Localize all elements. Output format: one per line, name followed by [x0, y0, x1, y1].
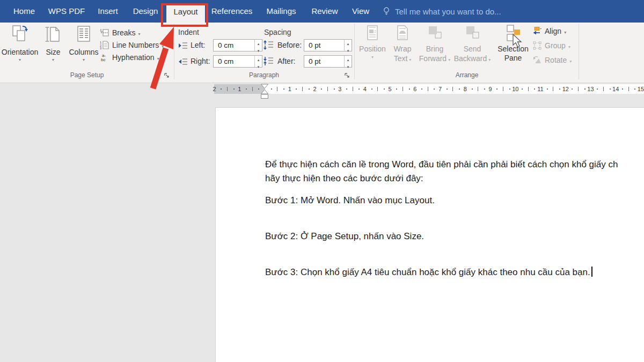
selection-pane-label-line2: Pane	[504, 54, 522, 63]
left-indent-marker[interactable]	[261, 94, 268, 99]
columns-label: Columns	[69, 48, 98, 56]
paragraph-line: hãy thực hiện theo các bước dưới đây:	[265, 173, 423, 184]
document-area: Để thực hiện cách căn lề trong Word, đầu…	[0, 107, 644, 362]
ruler-tick	[252, 87, 253, 91]
tab-mailings[interactable]: Mailings	[261, 0, 302, 23]
ruler-tick	[258, 88, 259, 90]
field-value: 0 cm	[214, 41, 254, 49]
word-window: Home WPS PDF Insert Design Layout Refere…	[0, 0, 644, 362]
tab-home[interactable]: Home	[9, 0, 39, 23]
group-icon	[532, 41, 542, 50]
indent-right-input[interactable]: 0 cm	[213, 55, 262, 68]
rotate-icon	[532, 55, 542, 65]
dropdown-caret-icon	[564, 26, 566, 36]
spacing-before-label: Before:	[277, 39, 302, 51]
step-2-line: Bước 2: Ở Page Setup, nhấn vào Size.	[265, 231, 424, 242]
field-value: 0 cm	[214, 57, 254, 65]
tab-view[interactable]: View	[348, 0, 374, 23]
send-backward-label-line1: Send	[464, 45, 481, 54]
tab-wps-pdf[interactable]: WPS PDF	[46, 0, 87, 23]
breaks-icon	[100, 28, 109, 38]
first-line-indent-marker[interactable]	[261, 84, 268, 88]
spinner[interactable]	[344, 40, 352, 51]
size-button[interactable]: Size	[41, 24, 65, 70]
ruler-tick	[478, 87, 478, 91]
ruler-tick	[271, 88, 272, 90]
ruler-tick	[547, 88, 548, 90]
orientation-icon	[10, 24, 30, 45]
tab-review[interactable]: Review	[307, 0, 342, 23]
ruler-number: 12	[562, 84, 569, 94]
ruler-tick	[377, 87, 378, 91]
bring-forward-label-line2: Forward	[419, 54, 447, 63]
paragraph-group-label: Paragraph	[175, 71, 353, 79]
send-backward-icon	[463, 24, 482, 45]
columns-button[interactable]: Columns	[67, 24, 101, 70]
field-value: 0 pt	[304, 41, 344, 49]
paragraph-line: Để thực hiện cách căn lề trong Word, đầu…	[265, 159, 618, 171]
hanging-indent-marker[interactable]	[261, 90, 268, 94]
ruler-tick	[452, 87, 453, 91]
mouse-cursor-icon	[511, 33, 523, 49]
spin-up-icon	[255, 56, 262, 63]
ruler-tick	[509, 88, 510, 90]
tab-design[interactable]: Design	[129, 0, 162, 23]
ruler-tick	[384, 88, 385, 90]
ruler-tick	[358, 88, 360, 90]
ruler-tick	[503, 87, 503, 91]
ruler-tick	[584, 88, 586, 90]
ruler-tick	[559, 88, 560, 90]
indent-left-input[interactable]: 0 cm	[213, 39, 262, 51]
spacing-after-input[interactable]: 0 pt	[304, 55, 352, 68]
wrap-text-label-line2: Text	[394, 54, 408, 63]
paragraph-dialog-launcher-icon[interactable]	[343, 72, 351, 79]
ruler-tick	[309, 88, 310, 90]
dropdown-caret-icon	[569, 55, 572, 65]
ruler-tick	[334, 88, 335, 90]
bring-forward-button: Bring Forward	[416, 24, 453, 70]
spinner[interactable]	[254, 56, 262, 67]
group-label: Group	[545, 41, 566, 50]
bring-forward-label-line1: Bring	[426, 45, 444, 54]
wrap-text-button: Wrap Text	[387, 24, 418, 70]
ruler-tick	[634, 88, 635, 90]
spin-down-icon	[255, 63, 262, 70]
spin-up-icon	[345, 40, 352, 47]
wrap-text-icon	[393, 24, 412, 45]
position-button: Position	[357, 24, 387, 70]
ruler-tick	[447, 88, 448, 90]
document-page[interactable]: Để thực hiện cách căn lề trong Word, đầu…	[215, 107, 644, 362]
ruler-tick	[371, 88, 372, 90]
indent-markers[interactable]	[260, 84, 269, 99]
ruler-tick	[327, 87, 328, 91]
dropdown-caret-icon	[371, 54, 374, 59]
breaks-label: Breaks	[112, 28, 136, 37]
indent-right-label: Right:	[191, 55, 210, 68]
tell-me-box[interactable]: Tell me what you want to do...	[382, 0, 501, 23]
spinner[interactable]	[344, 56, 352, 67]
ruler-strip[interactable]: 21123456789101112131415	[214, 84, 644, 94]
ruler-tick	[428, 87, 428, 91]
ruler-tick	[353, 87, 353, 91]
position-icon	[363, 24, 382, 45]
align-button[interactable]: Align	[532, 25, 566, 37]
ruler-tick	[409, 88, 410, 90]
ruler-tick	[283, 88, 284, 90]
rotate-button: Rotate	[532, 54, 572, 66]
ruler-tick	[496, 88, 497, 90]
spin-down-icon	[345, 63, 352, 70]
arrange-group-label: Arrange	[355, 71, 579, 79]
spacing-before-input[interactable]: 0 pt	[304, 39, 352, 51]
tab-insert[interactable]: Insert	[94, 0, 122, 23]
step-3-text: Bước 3: Chọn khổ giấy A4 tiêu chuẩn hoặc…	[265, 267, 590, 277]
orientation-button[interactable]: Orientation	[0, 24, 44, 70]
ruler-number: 3	[338, 84, 341, 94]
tab-references[interactable]: References	[209, 0, 254, 23]
spinner[interactable]	[254, 40, 262, 51]
orientation-label: Orientation	[2, 48, 38, 56]
ruler-number: 15	[638, 84, 644, 94]
step-1-line: Bước 1: Mở Word. Nhấn vào mục Layout.	[265, 195, 435, 206]
ruler-tick	[528, 87, 529, 91]
ruler-tick	[459, 88, 460, 90]
ruler-tick	[522, 88, 523, 90]
